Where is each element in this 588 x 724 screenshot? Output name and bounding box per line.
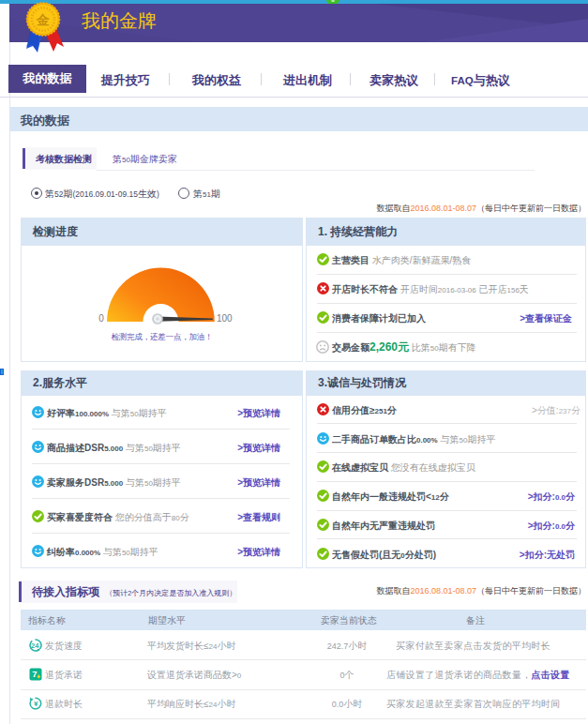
svg-text:0: 0 (98, 313, 104, 324)
svg-text:金: 金 (36, 12, 50, 27)
svg-text:100: 100 (217, 313, 233, 324)
svg-text:24: 24 (31, 641, 39, 649)
svg-text:¥: ¥ (34, 700, 38, 708)
svg-text:7: 7 (32, 669, 37, 679)
